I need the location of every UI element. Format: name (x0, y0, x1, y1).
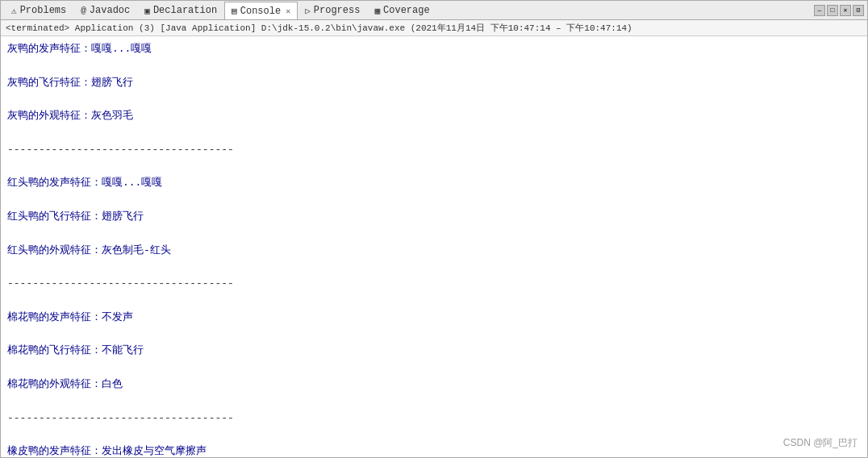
detach-button[interactable]: ⊡ (853, 5, 864, 16)
progress-icon: ▷ (305, 6, 311, 16)
separator-line: ------------------------------------ (7, 410, 861, 427)
console-line: 红头鸭的外观特征：灰色制毛-红头 (7, 243, 861, 260)
separator-line: ------------------------------------ (7, 276, 861, 293)
tab-declaration[interactable]: ▣ Declaration (137, 2, 224, 19)
console-close-icon[interactable]: ✕ (286, 6, 290, 16)
tab-bar: ⚠ Problems @ Javadoc ▣ Declaration ▤ Con… (1, 1, 867, 20)
console-line: 灰鸭的外观特征：灰色羽毛 (7, 108, 861, 125)
tab-coverage-label: Coverage (383, 5, 430, 16)
coverage-icon: ▦ (374, 6, 380, 16)
tab-javadoc[interactable]: @ Javadoc (73, 2, 137, 19)
separator-line: ------------------------------------ (7, 142, 861, 159)
status-text: <terminated> Application (3) [Java Appli… (6, 22, 632, 34)
declaration-icon: ▣ (144, 6, 150, 16)
problems-icon: ⚠ (11, 6, 17, 16)
tab-console[interactable]: ▤ Console ✕ (224, 2, 298, 19)
window-controls: — □ ✕ ⊡ (814, 5, 864, 16)
tab-problems[interactable]: ⚠ Problems (4, 2, 73, 19)
console-line: 灰鸭的发声特征：嘎嘎...嘎嘎 (7, 41, 861, 58)
tab-progress[interactable]: ▷ Progress (298, 2, 367, 19)
watermark: CSDN @阿_巴打 (783, 435, 858, 451)
maximize-button[interactable]: □ (827, 5, 838, 16)
tab-javadoc-label: Javadoc (90, 5, 130, 16)
console-line: 红头鸭的发声特征：嘎嘎...嘎嘎 (7, 175, 861, 192)
tab-coverage[interactable]: ▦ Coverage (367, 2, 436, 19)
status-bar: <terminated> Application (3) [Java Appli… (1, 20, 867, 36)
tab-problems-label: Problems (20, 5, 67, 16)
console-line: 棉花鸭的外观特征：白色 (7, 377, 861, 393)
console-line: 红头鸭的飞行特征：翅膀飞行 (7, 209, 861, 226)
console-line: 灰鸭的飞行特征：翅膀飞行 (7, 75, 861, 92)
console-content[interactable]: 灰鸭的发声特征：嘎嘎...嘎嘎 灰鸭的飞行特征：翅膀飞行 灰鸭的外观特征：灰色羽… (1, 36, 867, 457)
console-line: 橡皮鸭的发声特征：发出橡皮与空气摩擦声 (7, 443, 861, 457)
javadoc-icon: @ (81, 6, 86, 15)
tab-console-label: Console (240, 6, 281, 17)
close-button[interactable]: ✕ (840, 5, 851, 16)
console-line: 棉花鸭的发声特征：不发声 (7, 310, 861, 327)
console-line: 棉花鸭的飞行特征：不能飞行 (7, 343, 861, 360)
ide-window: ⚠ Problems @ Javadoc ▣ Declaration ▤ Con… (0, 0, 868, 458)
console-icon: ▤ (232, 6, 237, 16)
tab-declaration-label: Declaration (153, 5, 217, 16)
tab-progress-label: Progress (314, 5, 361, 16)
minimize-button[interactable]: — (814, 5, 825, 16)
